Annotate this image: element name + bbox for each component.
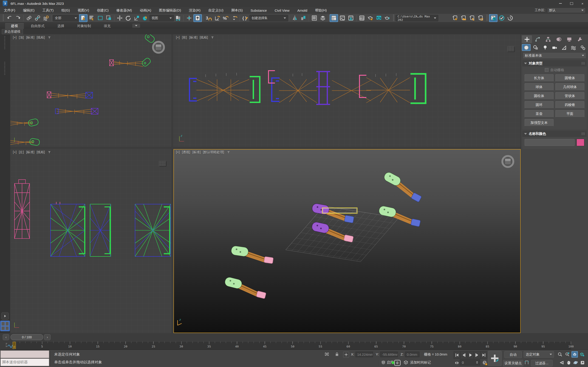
select-and-rotate-button[interactable] <box>124 14 132 22</box>
vp-front-label-3[interactable]: [线框] <box>199 35 208 40</box>
maximize-viewport-toggle[interactable] <box>579 359 586 366</box>
undo-button[interactable] <box>5 14 14 22</box>
subtab-systems[interactable] <box>578 44 587 51</box>
primitive-button-1[interactable]: 圆锥体 <box>555 74 584 82</box>
viewcube-home-icon[interactable] <box>507 46 514 51</box>
object-name-input[interactable] <box>525 139 575 146</box>
tab-hierarchy[interactable] <box>543 35 553 43</box>
vp-left-label-0[interactable]: [+] <box>12 150 17 154</box>
primitive-category-dropdown[interactable]: 标准基本体 <box>523 52 586 59</box>
previous-frame-arrow[interactable]: ‹ <box>3 334 9 340</box>
primitive-button-5[interactable]: 管状体 <box>555 92 584 100</box>
viewcube[interactable] <box>502 155 514 168</box>
vp-top-label-3[interactable]: [线框] <box>36 35 45 40</box>
redo-button[interactable] <box>14 14 22 22</box>
pan-hand-button[interactable] <box>565 359 572 366</box>
orbit-button[interactable] <box>572 359 579 366</box>
current-frame-field[interactable]: 0 <box>460 359 480 365</box>
mini-listener-script-line[interactable]: 脚本迷你侦听器 <box>0 359 49 366</box>
next-frame-arrow[interactable]: › <box>44 334 51 340</box>
toolbar-grip[interactable] <box>486 15 488 22</box>
dock-grip[interactable] <box>4 62 5 76</box>
play-animation-button[interactable] <box>467 351 474 359</box>
vp-persp-label-1[interactable]: [透视] <box>182 150 191 154</box>
name-color-rollout-header[interactable]: 名称和颜色 <box>522 131 587 137</box>
tab-create[interactable] <box>522 35 532 43</box>
schematic-view-button[interactable] <box>346 14 355 22</box>
bind-to-space-warp-button[interactable] <box>42 14 50 22</box>
select-and-link-button[interactable] <box>25 14 33 22</box>
dock-grip[interactable] <box>4 36 5 50</box>
set-keys-button[interactable] <box>488 351 502 366</box>
add-time-tag[interactable]: 添加时间标记 <box>410 360 431 365</box>
primitive-button-3[interactable]: 几何球体 <box>555 83 584 91</box>
render-button[interactable] <box>383 14 392 22</box>
viewport-left[interactable]: [+][左][标准][线框] <box>10 149 171 333</box>
primitive-button-8[interactable]: 茶壶 <box>525 110 553 117</box>
autogrid-checkbox[interactable] <box>545 68 548 72</box>
primitive-button-6[interactable]: 圆环 <box>525 101 553 108</box>
angle-snap-toggle[interactable] <box>213 14 221 22</box>
enable-count-badge[interactable]: 0 <box>394 360 401 366</box>
ribbon-toggle-button[interactable] <box>330 14 338 22</box>
shield-icon[interactable] <box>381 360 386 365</box>
key-selection-set-dropdown[interactable]: 选定对象 <box>524 351 554 358</box>
tab-utilities[interactable] <box>575 35 585 43</box>
menu-item-14[interactable]: Arnold <box>293 8 311 12</box>
subtab-lights[interactable] <box>541 44 549 51</box>
menu-item-12[interactable]: Substance <box>247 8 271 12</box>
menu-item-5[interactable]: 创建(C) <box>93 8 112 13</box>
select-and-move-button[interactable] <box>115 14 124 22</box>
select-object-button[interactable] <box>79 14 87 22</box>
material-editor-button[interactable] <box>358 14 366 22</box>
primitive-button-9[interactable]: 平面 <box>555 110 584 117</box>
workspace-selector[interactable]: 工作区: 默认 <box>535 8 586 13</box>
vp-left-label-1[interactable]: [左] <box>18 150 24 154</box>
key-filters-button[interactable]: 过滤器... <box>531 360 553 366</box>
menu-item-15[interactable]: 帮助(H) <box>311 8 331 13</box>
scene-explorer-toggle[interactable] <box>310 14 319 22</box>
toolbar-grip[interactable] <box>3 15 4 22</box>
primitive-button-10[interactable]: 加强型文本 <box>525 119 553 126</box>
auto-key-toggle[interactable]: 自动 <box>504 351 522 358</box>
curve-editor-button[interactable] <box>338 14 346 22</box>
viewport-front[interactable]: [+][前][标准][线框] <box>173 34 521 147</box>
rendered-frame-window-button[interactable] <box>375 14 383 22</box>
viewport-layout-tabs-button[interactable] <box>0 321 10 331</box>
spinner-snap-toggle[interactable] <box>230 14 238 22</box>
object-type-rollout-header[interactable]: 对象类型 <box>522 60 587 67</box>
menu-item-7[interactable]: 动画(A) <box>136 8 155 13</box>
selection-lock-icon[interactable] <box>334 352 339 357</box>
minimize-button[interactable] <box>555 0 566 7</box>
subtab-geometry[interactable] <box>522 44 531 51</box>
set-key-mode-button[interactable]: 设置关键点 <box>503 360 523 366</box>
vp-persp-label-3[interactable]: [默认明暗处理] <box>203 150 225 154</box>
key-mode-toggle[interactable] <box>454 360 459 366</box>
subtab-shapes[interactable] <box>531 44 540 51</box>
viewcube[interactable] <box>152 41 165 54</box>
named-selection-sets-dropdown[interactable]: 创建选择集 <box>250 15 288 21</box>
next-frame-button[interactable] <box>474 351 481 359</box>
go-to-start-button[interactable] <box>454 351 460 359</box>
object-color-swatch[interactable] <box>577 139 584 146</box>
frame-counter[interactable]: 0 / 100 <box>10 334 43 340</box>
menu-item-11[interactable]: 脚本(S) <box>227 8 247 13</box>
menu-item-0[interactable]: 文件(F) <box>0 8 19 13</box>
filter-funnel-icon[interactable] <box>48 36 51 40</box>
vp-front-label-1[interactable]: [前] <box>182 35 187 40</box>
vp-persp-label-0[interactable]: [+] <box>175 150 180 154</box>
use-pivot-center-button[interactable] <box>174 14 182 22</box>
undo-history-button[interactable] <box>506 14 515 22</box>
primitive-button-2[interactable]: 球体 <box>525 83 553 91</box>
coord-z-field[interactable]: 0.0mm <box>405 352 419 357</box>
zoom-extents-button[interactable] <box>571 351 578 358</box>
ribbon-tab-0[interactable]: 建模 <box>5 23 24 29</box>
expand-tray-button[interactable] <box>1 312 9 320</box>
time-tag-cube-icon[interactable] <box>403 360 408 365</box>
absolute-offset-mode-toggle[interactable] <box>343 352 349 358</box>
select-and-scale-button[interactable] <box>132 14 141 22</box>
rectangular-selection-region-button[interactable] <box>96 14 104 22</box>
menu-item-3[interactable]: 组(G) <box>57 8 74 13</box>
primitive-button-0[interactable]: 长方体 <box>525 74 553 82</box>
ribbon-tab-3[interactable]: 对象绘制 <box>71 23 97 29</box>
